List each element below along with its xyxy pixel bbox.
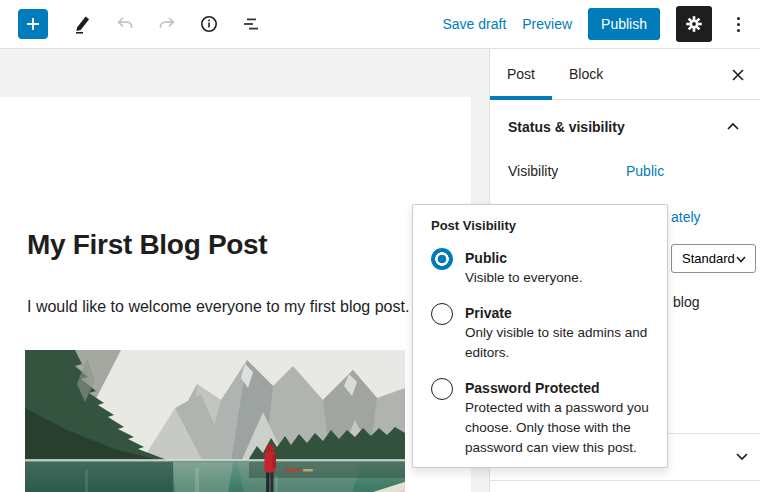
info-icon — [198, 13, 220, 35]
details-button[interactable] — [192, 7, 226, 41]
option-description: Visible to everyone. — [465, 268, 653, 288]
chevron-down-icon — [734, 448, 750, 464]
wordpress-editor: Save draft Preview Publish — [0, 0, 760, 492]
visibility-row: Visibility Public — [508, 163, 743, 179]
radio-private[interactable] — [431, 303, 453, 325]
close-sidebar-button[interactable] — [725, 62, 751, 88]
plus-icon — [23, 14, 43, 34]
tab-block[interactable]: Block — [552, 49, 620, 99]
panel-divider — [490, 480, 760, 481]
tab-post[interactable]: Post — [490, 49, 552, 99]
post-image-block[interactable] — [25, 350, 405, 492]
post-format-value: Standard — [682, 251, 735, 266]
redo-button[interactable] — [150, 7, 184, 41]
undo-icon — [114, 13, 136, 35]
options-menu-button[interactable] — [728, 7, 748, 41]
popover-title: Post Visibility — [431, 218, 653, 233]
visibility-option-password[interactable]: Password Protected Protected with a pass… — [431, 378, 653, 458]
publish-date-button-fragment[interactable]: ately — [671, 209, 701, 225]
sidebar-tabs: Post Block — [490, 49, 760, 100]
post-title[interactable]: My First Blog Post — [27, 229, 267, 261]
option-label: Private — [465, 303, 653, 323]
tag-text: blog — [673, 294, 699, 310]
visibility-option-public[interactable]: Public Visible to everyone. — [431, 248, 653, 288]
gear-icon — [684, 14, 704, 34]
redo-icon — [156, 13, 178, 35]
collapsed-panel-toggle[interactable] — [732, 446, 752, 466]
radio-password-protected[interactable] — [431, 378, 453, 400]
visibility-label: Visibility — [508, 163, 626, 179]
post-format-select[interactable]: Standard — [671, 244, 756, 273]
status-visibility-panel-header[interactable]: Status & visibility — [490, 111, 760, 143]
lake-photo — [25, 350, 405, 492]
chevron-down-icon — [735, 253, 747, 265]
editor-toolbar: Save draft Preview Publish — [0, 0, 760, 49]
close-icon — [729, 66, 747, 84]
save-draft-button[interactable]: Save draft — [442, 16, 506, 32]
add-block-button[interactable] — [18, 9, 48, 39]
pencil-icon — [73, 14, 93, 34]
status-visibility-panel-title: Status & visibility — [508, 119, 625, 135]
kebab-dot — [737, 17, 740, 20]
toolbar-right-group: Save draft Preview Publish — [442, 6, 760, 42]
list-view-button[interactable] — [234, 7, 268, 41]
option-label: Public — [465, 248, 653, 268]
option-label: Password Protected — [465, 378, 653, 398]
settings-button[interactable] — [676, 6, 712, 42]
undo-button[interactable] — [108, 7, 142, 41]
option-description: Only visible to site admins and editors. — [465, 323, 653, 363]
list-view-icon — [240, 13, 262, 35]
visibility-value-button[interactable]: Public — [626, 163, 664, 179]
visibility-option-private[interactable]: Private Only visible to site admins and … — [431, 303, 653, 363]
tools-button[interactable] — [66, 7, 100, 41]
chevron-up-icon — [725, 119, 741, 135]
post-visibility-popover: Post Visibility Public Visible to everyo… — [412, 204, 668, 468]
post-canvas[interactable]: My First Blog Post I would like to welco… — [0, 97, 471, 492]
publish-button[interactable]: Publish — [588, 8, 660, 40]
kebab-dot — [737, 29, 740, 32]
radio-public-selected[interactable] — [431, 248, 453, 270]
option-description: Protected with a password you choose. On… — [465, 398, 653, 458]
post-paragraph[interactable]: I would like to welcome everyone to my f… — [27, 295, 427, 319]
photo-lake — [25, 459, 405, 492]
preview-button[interactable]: Preview — [522, 16, 572, 32]
toolbar-left-group — [0, 7, 268, 41]
kebab-dot — [737, 23, 740, 26]
